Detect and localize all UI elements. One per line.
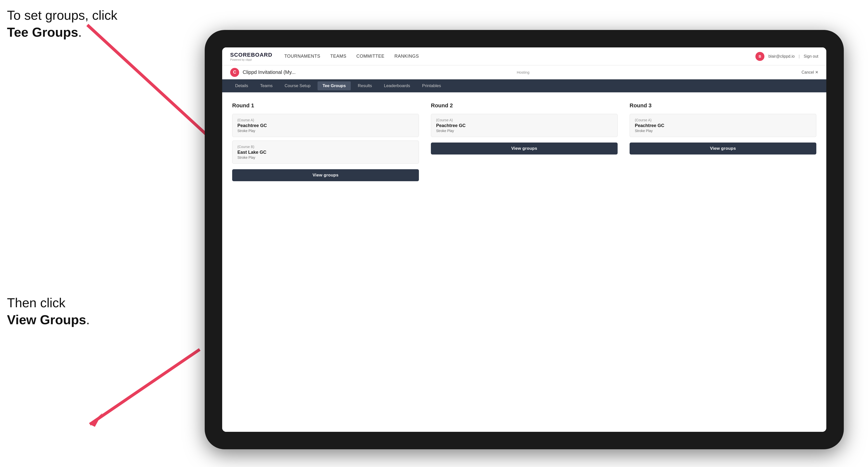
instruction-top: To set groups, click Tee Groups. [7,7,117,41]
tournament-logo: C [230,68,239,77]
cancel-button[interactable]: Cancel ✕ [802,70,818,74]
sign-out-link[interactable]: Sign out [804,54,818,59]
round-1-course-a-card: (Course A) Peachtree GC Stroke Play [232,114,419,137]
hosting-badge: Hosting [517,70,529,74]
user-avatar: B [755,52,765,61]
instruction-bottom: Then click View Groups. [7,294,90,328]
round-1-course-a-label: (Course A) [238,118,414,122]
round-3-course-a-card: (Course A) Peachtree GC Stroke Play [629,114,816,137]
round-2-col: Round 2 (Course A) Peachtree GC Stroke P… [431,102,618,422]
round-1-course-b-name: East Lake GC [238,150,414,155]
round-2-course-a-card: (Course A) Peachtree GC Stroke Play [431,114,618,137]
round-1-course-b-format: Stroke Play [238,156,414,159]
round-3-title: Round 3 [629,102,816,109]
round-2-title: Round 2 [431,102,618,109]
round-2-course-a-label: (Course A) [436,118,612,122]
round-3-view-groups-button[interactable]: View groups [629,143,816,155]
round-2-course-a-name: Peachtree GC [436,123,612,128]
tablet-screen: SCOREBOARD Powered by clippl TOURNAMENTS… [222,48,826,432]
tab-teams[interactable]: Teams [255,81,278,90]
tab-details[interactable]: Details [230,81,253,90]
tab-nav: Details Teams Course Setup Tee Groups Re… [222,80,826,92]
main-content: Round 1 (Course A) Peachtree GC Stroke P… [222,92,826,432]
user-email: blair@clippd.io [768,54,795,59]
round-1-title: Round 1 [232,102,419,109]
round-2-course-a-format: Stroke Play [436,129,612,133]
tablet-shell: SCOREBOARD Powered by clippl TOURNAMENTS… [205,30,844,449]
svg-line-2 [90,349,200,424]
tournament-name: Clippd Invitational (My... [243,69,515,75]
round-2-view-groups-button[interactable]: View groups [431,143,618,155]
round-1-view-groups-button[interactable]: View groups [232,169,419,181]
svg-marker-3 [90,413,102,427]
nav-committee[interactable]: COMMITTEE [356,54,385,59]
round-3-col: Round 3 (Course A) Peachtree GC Stroke P… [629,102,816,422]
nav-teams[interactable]: TEAMS [330,54,346,59]
nav-right: B blair@clippd.io | Sign out [755,52,818,61]
tab-tee-groups[interactable]: Tee Groups [317,81,351,90]
round-1-col: Round 1 (Course A) Peachtree GC Stroke P… [232,102,419,422]
logo-text: SCOREBOARD [230,52,272,58]
tab-leaderboards[interactable]: Leaderboards [379,81,415,90]
main-nav: TOURNAMENTS TEAMS COMMITTEE RANKINGS [284,54,755,59]
nav-rankings[interactable]: RANKINGS [395,54,419,59]
app-navbar: SCOREBOARD Powered by clippl TOURNAMENTS… [222,48,826,65]
logo-area: SCOREBOARD Powered by clippl [230,52,272,61]
round-1-course-a-format: Stroke Play [238,129,414,133]
tab-course-setup[interactable]: Course Setup [280,81,315,90]
round-3-course-a-label: (Course A) [635,118,811,122]
round-1-course-b-card: (Course B) East Lake GC Stroke Play [232,141,419,164]
tab-printables[interactable]: Printables [417,81,446,90]
logo-sub: Powered by clippl [230,58,272,61]
round-3-course-a-name: Peachtree GC [635,123,811,128]
tab-results[interactable]: Results [353,81,377,90]
round-1-course-a-name: Peachtree GC [238,123,414,128]
tournament-bar: C Clippd Invitational (My... Hosting Can… [222,65,826,80]
round-3-course-a-format: Stroke Play [635,129,811,133]
round-1-course-b-label: (Course B) [238,145,414,149]
nav-tournaments[interactable]: TOURNAMENTS [284,54,320,59]
